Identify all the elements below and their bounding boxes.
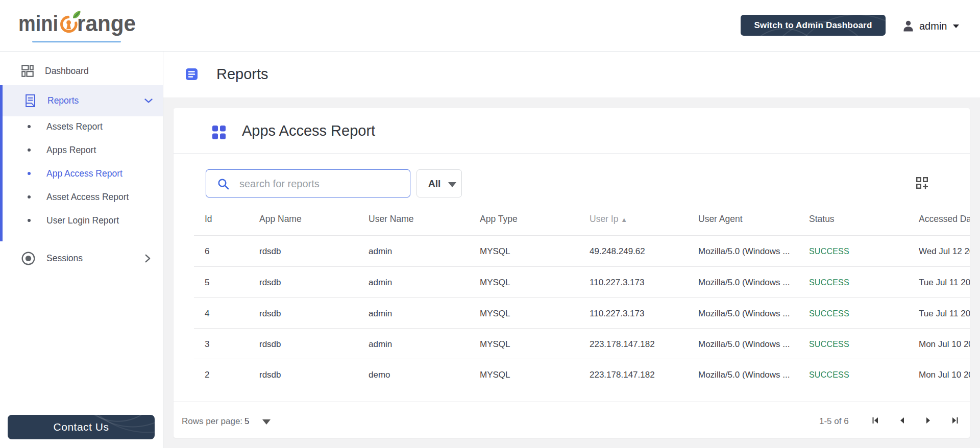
svg-text:mini: mini	[19, 10, 58, 36]
svg-text:range: range	[77, 10, 136, 36]
